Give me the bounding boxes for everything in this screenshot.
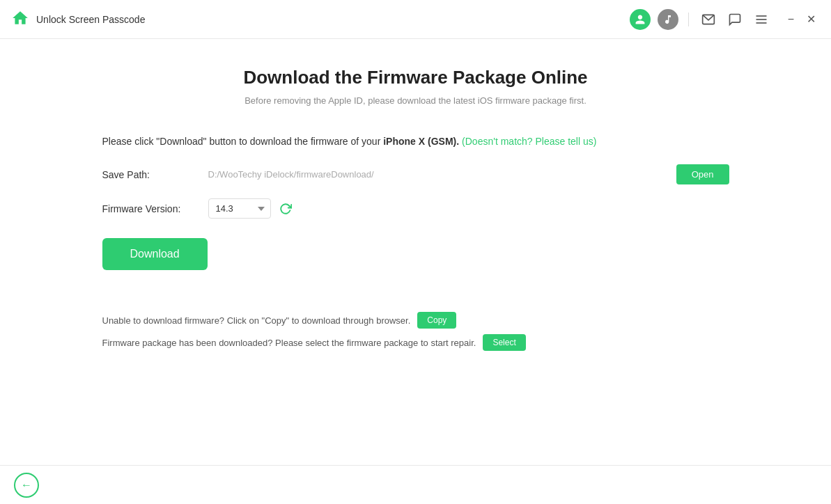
help-row-2: Firmware package has been downloaded? Pl… [102, 334, 729, 351]
title-bar: Unlock Screen Passcode [0, 0, 831, 39]
device-info-prefix: Please click "Download" button to downlo… [102, 136, 384, 147]
firmware-version-select[interactable]: 14.3 14.2 14.1 14.0 13.7 [208, 198, 271, 219]
footer-bar: ← [0, 465, 831, 504]
device-name: iPhone X (GSM). [383, 136, 459, 147]
download-button[interactable]: Download [102, 238, 208, 270]
title-bar-right: − ✕ [630, 9, 820, 30]
menu-icon-btn[interactable] [752, 10, 771, 29]
back-arrow-icon: ← [21, 479, 32, 491]
save-path-row: Save Path: D:/WooTechy iDelock/firmwareD… [102, 164, 729, 184]
copy-button[interactable]: Copy [417, 312, 456, 329]
separator [688, 13, 689, 26]
title-bar-left: Unlock Screen Passcode [11, 9, 145, 30]
select-button[interactable]: Select [483, 334, 525, 351]
help-section: Unable to download firmware? Click on "C… [102, 312, 729, 356]
firmware-version-row: Firmware Version: 14.3 14.2 14.1 14.0 13… [102, 198, 729, 219]
mail-icon-btn[interactable] [699, 10, 718, 29]
doesnt-match-link[interactable]: (Doesn't match? Please tell us) [462, 136, 596, 147]
device-info-row: Please click "Download" button to downlo… [102, 134, 729, 149]
music-icon-btn[interactable] [658, 9, 678, 30]
window-controls: − ✕ [784, 13, 820, 26]
app-title: Unlock Screen Passcode [36, 14, 145, 25]
main-content: Download the Firmware Package Online Bef… [0, 39, 831, 465]
back-button[interactable]: ← [14, 473, 39, 498]
profile-icon-btn[interactable] [630, 9, 651, 30]
open-button[interactable]: Open [676, 164, 729, 184]
save-path-label: Save Path: [102, 169, 200, 180]
help-row-2-text: Firmware package has been downloaded? Pl… [102, 338, 476, 348]
close-btn[interactable]: ✕ [802, 13, 820, 26]
chat-icon-btn[interactable] [725, 10, 745, 29]
home-icon [11, 9, 29, 30]
content-section: Please click "Download" button to downlo… [102, 134, 729, 298]
help-row-1: Unable to download firmware? Click on "C… [102, 312, 729, 329]
refresh-icon-btn[interactable] [279, 203, 292, 215]
page-subtitle: Before removing the Apple ID, please dow… [244, 95, 587, 106]
help-row-1-text: Unable to download firmware? Click on "C… [102, 315, 411, 326]
firmware-version-label: Firmware Version: [102, 203, 200, 214]
page-title: Download the Firmware Package Online [243, 67, 587, 88]
minimize-btn[interactable]: − [784, 13, 798, 26]
save-path-value: D:/WooTechy iDelock/firmwareDownload/ [208, 169, 668, 180]
